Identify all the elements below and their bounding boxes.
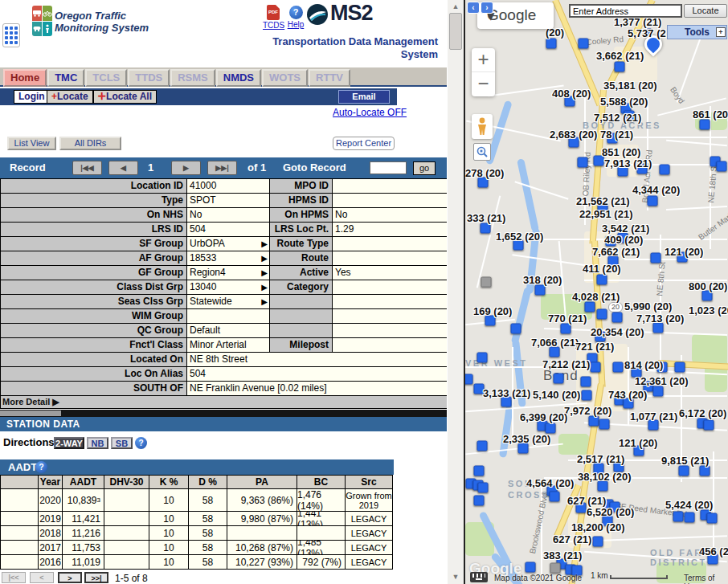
email-this-button[interactable]: Email This bbox=[338, 90, 390, 104]
station-marker[interactable] bbox=[546, 39, 557, 49]
tab-nmds[interactable]: NMDS bbox=[216, 69, 261, 87]
station-marker[interactable] bbox=[651, 253, 661, 263]
station-marker[interactable] bbox=[511, 324, 521, 334]
station-marker[interactable] bbox=[474, 496, 485, 506]
station-marker[interactable] bbox=[535, 285, 546, 296]
help-icon[interactable]: ? bbox=[35, 461, 47, 473]
more-detail-toggle[interactable]: More Detail ▶ bbox=[0, 396, 448, 409]
street-view-pegman-icon[interactable] bbox=[472, 114, 493, 139]
station-marker[interactable] bbox=[464, 374, 473, 385]
station-marker[interactable] bbox=[717, 161, 727, 172]
first-record-button[interactable]: |◀◀ bbox=[72, 161, 102, 175]
terms-of-use-link[interactable]: Terms of Use bbox=[684, 574, 728, 584]
scroll-up-icon[interactable]: ▲ bbox=[448, 2, 464, 10]
next-record-button[interactable]: ▶ bbox=[171, 161, 201, 175]
tab-tmc[interactable]: TMC bbox=[47, 69, 84, 87]
station-marker[interactable] bbox=[673, 512, 684, 522]
station-marker[interactable] bbox=[613, 362, 624, 373]
station-marker[interactable] bbox=[526, 562, 536, 573]
expand-arrow-icon[interactable]: ▶ bbox=[261, 295, 268, 308]
expand-arrow-icon[interactable]: ▶ bbox=[261, 237, 268, 251]
aadt-row-selector[interactable] bbox=[1, 512, 38, 525]
station-marker[interactable] bbox=[599, 419, 610, 430]
auto-locate-link[interactable]: Auto-Locate OFF bbox=[333, 107, 407, 118]
inactive-station-marker[interactable] bbox=[481, 277, 492, 288]
station-marker[interactable] bbox=[478, 483, 489, 493]
zoom-in-button[interactable]: + bbox=[472, 48, 495, 72]
direction-button-nb[interactable]: NB bbox=[87, 437, 108, 449]
station-marker[interactable] bbox=[579, 39, 589, 49]
vertical-scrollbar[interactable]: ▲ ▼ bbox=[447, 0, 464, 584]
station-marker[interactable] bbox=[582, 390, 592, 401]
station-marker[interactable] bbox=[546, 423, 556, 434]
expand-plus-icon[interactable]: + bbox=[716, 27, 726, 37]
tools-button[interactable]: Tools + bbox=[667, 25, 727, 39]
pager-last-button[interactable]: >>| bbox=[84, 572, 108, 583]
station-marker[interactable] bbox=[585, 302, 595, 312]
map-panel[interactable]: Bend 20 ‹ › Google ▾ + − Locate Tools + … bbox=[464, 0, 728, 584]
station-marker[interactable] bbox=[648, 196, 658, 206]
direction-button-2-way[interactable]: 2-WAY bbox=[54, 437, 84, 449]
help-link[interactable]: Help bbox=[285, 20, 306, 29]
inactive-station-marker[interactable] bbox=[550, 563, 561, 574]
aadt-row-selector[interactable] bbox=[1, 541, 38, 554]
aadt-row-selector[interactable] bbox=[1, 489, 38, 511]
pdf-icon[interactable]: PDF bbox=[267, 5, 280, 20]
aadt-row-selector[interactable] bbox=[1, 526, 38, 540]
pan-right-button[interactable]: › bbox=[481, 2, 493, 14]
pager-prev-button[interactable]: < bbox=[30, 572, 54, 583]
expand-arrow-icon[interactable]: ▶ bbox=[261, 266, 268, 280]
report-center-button[interactable]: Report Center bbox=[333, 137, 395, 150]
locate-all-button[interactable]: ✛Locate All bbox=[93, 90, 157, 104]
station-marker[interactable] bbox=[615, 62, 625, 72]
expand-arrow-icon[interactable]: ▶ bbox=[261, 251, 268, 265]
station-marker[interactable] bbox=[578, 157, 588, 168]
station-marker[interactable] bbox=[589, 416, 599, 427]
station-marker[interactable] bbox=[561, 324, 571, 334]
zoom-out-button[interactable]: − bbox=[472, 72, 495, 96]
station-marker[interactable] bbox=[653, 386, 664, 397]
tcds-link[interactable]: TCDS bbox=[263, 21, 284, 30]
station-marker[interactable] bbox=[477, 441, 488, 451]
all-dirs-button[interactable]: All DIRs bbox=[59, 137, 121, 150]
locate-button[interactable]: +Locate bbox=[47, 90, 93, 104]
station-marker[interactable] bbox=[593, 537, 603, 547]
help-icon[interactable]: ? bbox=[289, 6, 303, 19]
station-marker[interactable] bbox=[675, 362, 685, 373]
station-marker[interactable] bbox=[481, 223, 491, 234]
last-record-button[interactable]: ▶▶| bbox=[207, 161, 237, 175]
station-marker[interactable] bbox=[660, 165, 670, 175]
apps-grid-icon[interactable] bbox=[2, 23, 20, 47]
login-button[interactable]: Login bbox=[14, 90, 50, 104]
direction-button-sb[interactable]: SB bbox=[111, 437, 133, 449]
station-marker[interactable] bbox=[700, 120, 710, 130]
keyboard-shortcuts-icon[interactable] bbox=[470, 572, 488, 582]
aadt-row-selector[interactable] bbox=[1, 555, 38, 569]
station-marker[interactable] bbox=[612, 312, 623, 323]
pager-next-button[interactable]: > bbox=[58, 572, 82, 583]
scrollbar-thumb[interactable] bbox=[449, 13, 462, 50]
station-marker[interactable] bbox=[700, 466, 710, 476]
magnifier-zoom-icon[interactable] bbox=[473, 143, 491, 161]
station-marker[interactable] bbox=[554, 374, 564, 384]
goto-record-input[interactable] bbox=[370, 161, 407, 174]
station-marker[interactable] bbox=[591, 362, 601, 373]
station-marker[interactable] bbox=[707, 513, 718, 524]
prev-record-button[interactable]: ◀ bbox=[108, 161, 138, 175]
station-marker[interactable] bbox=[597, 309, 607, 320]
list-view-button[interactable]: List View bbox=[7, 137, 56, 150]
station-marker[interactable] bbox=[477, 353, 488, 363]
tab-home[interactable]: Home bbox=[3, 69, 47, 87]
station-marker[interactable] bbox=[597, 275, 607, 285]
station-marker[interactable] bbox=[550, 492, 560, 502]
map-locate-button[interactable]: Locate bbox=[684, 4, 727, 18]
pager-first-button[interactable]: |<< bbox=[2, 572, 26, 583]
address-input[interactable] bbox=[569, 4, 682, 18]
station-marker[interactable] bbox=[685, 513, 695, 523]
scroll-down-icon[interactable]: ▼ bbox=[448, 573, 464, 581]
station-marker[interactable] bbox=[679, 466, 689, 476]
station-marker[interactable] bbox=[581, 377, 591, 387]
station-marker[interactable] bbox=[474, 466, 485, 476]
help-icon[interactable]: ? bbox=[135, 437, 147, 449]
pan-left-button[interactable]: ‹ bbox=[467, 2, 480, 14]
